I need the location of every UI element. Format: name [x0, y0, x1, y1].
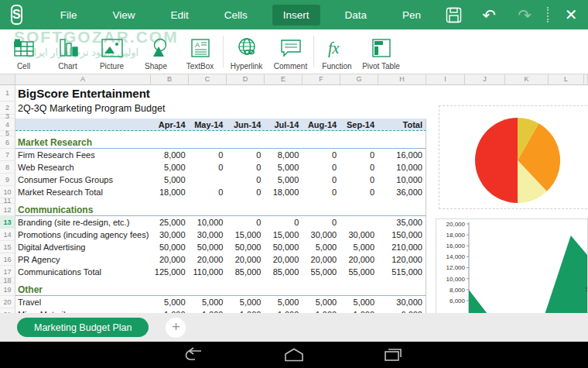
- value-cell[interactable]: 85,000: [226, 266, 264, 278]
- section-header-cell[interactable]: Other: [15, 284, 43, 295]
- row-header-16[interactable]: 16: [0, 253, 15, 266]
- value-cell[interactable]: 0: [226, 161, 264, 174]
- row-label-cell[interactable]: Travel: [15, 296, 151, 308]
- row-label-cell[interactable]: PR Agency: [15, 253, 151, 266]
- row-label-cell[interactable]: Web Research: [15, 161, 151, 174]
- month-header-cell[interactable]: Aug-14: [302, 119, 340, 130]
- row-label-cell[interactable]: Market Research Total: [15, 186, 151, 198]
- value-cell[interactable]: 30,000: [151, 229, 189, 241]
- row-header-19[interactable]: 19: [0, 284, 15, 296]
- value-cell[interactable]: 0: [226, 216, 264, 229]
- value-cell[interactable]: 55,000: [302, 266, 340, 278]
- row-header-9[interactable]: 9: [0, 174, 15, 186]
- value-cell[interactable]: 20,000: [151, 253, 189, 266]
- value-cell[interactable]: 5,000: [226, 296, 264, 308]
- month-header-cell[interactable]: Total: [378, 119, 426, 130]
- value-cell[interactable]: 10,000: [378, 174, 426, 186]
- value-cell[interactable]: 10,000: [378, 161, 426, 174]
- value-cell[interactable]: 0: [302, 186, 340, 198]
- column-header-c[interactable]: C: [189, 74, 227, 84]
- month-header-cell[interactable]: May-14: [189, 119, 227, 130]
- value-cell[interactable]: 5,000: [151, 296, 189, 308]
- menu-item-data[interactable]: Data: [334, 5, 378, 26]
- area-chart-object[interactable]: 20,00018,00016,00014,00012,00010,0008,00…: [436, 218, 588, 313]
- value-cell[interactable]: 0: [340, 161, 378, 174]
- value-cell[interactable]: 5,000: [189, 296, 227, 308]
- value-cell[interactable]: 0: [226, 174, 264, 186]
- value-cell[interactable]: 50,000: [189, 241, 227, 253]
- value-cell[interactable]: 5,000: [302, 296, 340, 308]
- value-cell[interactable]: 50,000: [264, 241, 302, 253]
- value-cell[interactable]: 5,000: [302, 241, 340, 253]
- row-header-15[interactable]: 15: [0, 241, 15, 253]
- column-header-d[interactable]: D: [227, 74, 265, 84]
- home-icon[interactable]: [283, 347, 305, 363]
- value-cell[interactable]: 0: [302, 149, 340, 161]
- menu-item-file[interactable]: File: [50, 5, 88, 26]
- value-cell[interactable]: 15,000: [264, 229, 302, 241]
- section-header-cell[interactable]: Market Research: [15, 136, 92, 148]
- row-header-18[interactable]: 18: [0, 278, 15, 284]
- column-header-h[interactable]: H: [378, 74, 426, 84]
- value-cell[interactable]: 50,000: [151, 241, 189, 253]
- toolbar-button-chart[interactable]: Chart: [46, 29, 90, 74]
- value-cell[interactable]: 5,000: [264, 174, 302, 186]
- value-cell[interactable]: 5,000: [264, 296, 302, 308]
- row-label-cell[interactable]: Consumer Focus Groups: [15, 174, 151, 186]
- menu-item-edit[interactable]: Edit: [159, 5, 199, 26]
- app-logo-icon[interactable]: S: [11, 5, 22, 25]
- value-cell[interactable]: 55,000: [340, 266, 378, 278]
- value-cell[interactable]: 0: [340, 186, 378, 198]
- value-cell[interactable]: 515,000: [378, 266, 426, 278]
- row-label-cell[interactable]: Digital Advertising: [15, 241, 151, 253]
- value-cell[interactable]: 110,000: [189, 266, 227, 278]
- value-cell[interactable]: 150,000: [378, 229, 426, 241]
- row-label-cell[interactable]: Communications Total: [15, 266, 151, 278]
- toolbar-button-pivot-table[interactable]: Pivot Table: [359, 29, 403, 74]
- toolbar-button-cell[interactable]: Cell: [2, 29, 46, 74]
- toolbar-button-picture[interactable]: Picture: [90, 29, 134, 74]
- value-cell[interactable]: 30,000: [302, 229, 340, 241]
- row-header-12[interactable]: 12: [0, 204, 15, 216]
- subtitle-cell[interactable]: 2Q-3Q Marketing Program Budget: [15, 101, 165, 115]
- value-cell[interactable]: 0: [189, 149, 227, 161]
- value-cell[interactable]: 16,000: [378, 149, 426, 161]
- menu-item-insert[interactable]: Insert: [272, 5, 320, 26]
- recents-icon[interactable]: [382, 347, 404, 363]
- value-cell[interactable]: 125,000: [151, 266, 189, 278]
- undo-icon[interactable]: ↶: [474, 3, 504, 26]
- row-header-11[interactable]: 11: [0, 198, 15, 204]
- value-cell[interactable]: 35,000: [378, 216, 426, 229]
- value-cell[interactable]: [189, 174, 227, 186]
- value-cell[interactable]: 20,000: [264, 253, 302, 266]
- value-cell[interactable]: 0: [302, 216, 340, 229]
- column-header-k[interactable]: K: [505, 74, 549, 84]
- value-cell[interactable]: 210,000: [378, 241, 426, 253]
- column-header-e[interactable]: E: [265, 74, 303, 84]
- back-icon[interactable]: [183, 347, 204, 363]
- row-label-cell[interactable]: Promotions (incuding agency fees): [15, 229, 151, 241]
- value-cell[interactable]: 5,000: [340, 241, 378, 253]
- row-label-cell[interactable]: Branding (site re-design, etc.): [15, 216, 151, 229]
- value-cell[interactable]: 20,000: [302, 253, 340, 266]
- value-cell[interactable]: 25,000: [151, 216, 189, 229]
- value-cell[interactable]: 0: [302, 174, 340, 186]
- column-header-j[interactable]: J: [465, 74, 505, 84]
- value-cell[interactable]: 10,000: [189, 216, 227, 229]
- row-header-6[interactable]: 6: [0, 136, 15, 149]
- column-header-l[interactable]: L: [549, 74, 584, 84]
- value-cell[interactable]: 0: [226, 186, 264, 198]
- row-header-13[interactable]: 13: [0, 216, 15, 229]
- row-header-5[interactable]: 5: [0, 131, 15, 136]
- toolbar-button-textbox[interactable]: ATextBox: [178, 29, 222, 74]
- toolbar-button-function[interactable]: fxFunction: [315, 29, 359, 74]
- value-cell[interactable]: 120,000: [378, 253, 426, 266]
- row-header-7[interactable]: 7: [0, 149, 15, 161]
- value-cell[interactable]: 0: [189, 186, 227, 198]
- row-header-8[interactable]: 8: [0, 161, 15, 174]
- pie-chart-object[interactable]: [439, 105, 588, 209]
- sheet-tab-marketing-budget-plan[interactable]: Marketing Budget Plan: [17, 318, 149, 337]
- select-all-corner[interactable]: [0, 74, 15, 84]
- column-header-b[interactable]: B: [151, 74, 189, 84]
- value-cell[interactable]: 5,000: [151, 161, 189, 174]
